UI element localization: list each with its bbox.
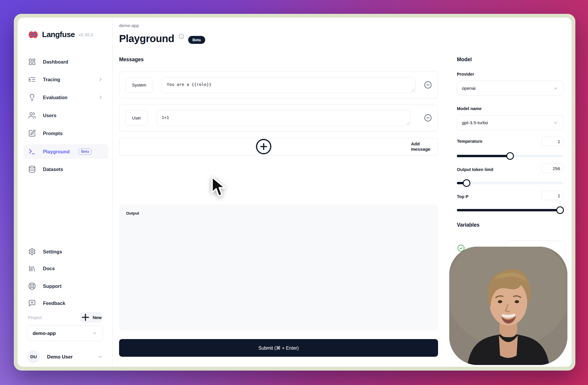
slider-fill (457, 155, 510, 157)
info-icon[interactable] (178, 34, 184, 39)
sidebar: Langfuse v2.30.2 Dashboard Tracing Evalu… (18, 18, 113, 367)
library-icon (28, 265, 36, 272)
sidebar-item-label: Tracing (43, 77, 60, 82)
sidebar-item-label: Playground (43, 149, 70, 155)
chevron-down-icon (553, 86, 558, 91)
output-token-limit-slider[interactable] (457, 179, 563, 187)
app-logo[interactable]: Langfuse v2.30.2 (28, 30, 93, 39)
project-label: Project (28, 315, 42, 320)
message-row-system: System You are a {{role}} (119, 72, 438, 98)
submit-label: Submit (⌘ + Enter) (258, 345, 299, 351)
sidebar-item-users[interactable]: Users (24, 108, 108, 123)
sidebar-item-support[interactable]: Support (24, 279, 108, 293)
new-project-label: New (93, 315, 102, 320)
lightbulb-icon (28, 94, 36, 101)
langfuse-logo-icon (28, 31, 39, 39)
sidebar-item-label: Feedback (43, 301, 65, 306)
top-p-slider[interactable] (457, 206, 563, 214)
lifebuoy-icon (28, 282, 36, 290)
provider-select-value: openai (462, 86, 476, 91)
chevron-down-icon (98, 354, 103, 359)
main-content: demo-app Playground Beta Messages System… (119, 18, 438, 367)
page-title: Playground (119, 33, 174, 44)
remove-message-icon[interactable] (424, 114, 432, 122)
slider-thumb[interactable] (506, 152, 514, 160)
chevron-right-icon (98, 77, 103, 82)
sidebar-item-feedback[interactable]: Feedback (24, 296, 108, 311)
webcam-person (449, 247, 567, 365)
sidebar-item-label: Support (43, 283, 61, 289)
message-row-user: User 1+1 (119, 104, 438, 131)
tracing-icon (28, 76, 36, 83)
sidebar-item-settings[interactable]: Settings (24, 244, 108, 259)
beta-badge: Beta (188, 36, 205, 44)
users-icon (28, 112, 36, 119)
user-name: Demo User (47, 354, 73, 360)
new-project-button[interactable]: New (80, 312, 102, 323)
webcam-overlay (449, 247, 567, 365)
user-message-input[interactable]: 1+1 (157, 110, 411, 126)
chevron-down-icon (553, 120, 558, 125)
chevron-down-icon (92, 331, 97, 336)
temperature-label: Temperature (457, 139, 482, 144)
plus-circle-icon (119, 138, 408, 155)
top-p-value-input[interactable]: 1 (542, 191, 563, 200)
sidebar-item-label: Dashboard (43, 59, 68, 65)
sidebar-item-label: Evaluation (43, 95, 67, 100)
model-section-title: Model (457, 57, 472, 63)
temperature-value-input[interactable]: 1 (542, 137, 563, 146)
user-menu[interactable]: DU Demo User (27, 350, 103, 364)
slider-thumb[interactable] (556, 206, 564, 214)
sidebar-item-datasets[interactable]: Datasets (24, 162, 108, 177)
model-name-select[interactable]: gpt-3.5-turbo (457, 115, 563, 130)
sidebar-item-docs[interactable]: Docs (24, 261, 108, 276)
app-name: Langfuse (42, 30, 75, 39)
sidebar-item-label: Prompts (43, 131, 63, 136)
top-p-label: Top P (457, 194, 468, 199)
role-selector-system[interactable]: System (125, 77, 153, 93)
project-select-value: demo-app (33, 331, 56, 336)
terminal-icon (28, 148, 36, 155)
temperature-slider[interactable] (457, 152, 563, 160)
chevron-right-icon (98, 94, 103, 100)
model-name-select-value: gpt-3.5-turbo (462, 120, 488, 125)
output-label: Output (126, 211, 139, 215)
app-window-content: Langfuse v2.30.2 Dashboard Tracing Evalu… (18, 18, 572, 367)
sidebar-item-label: Datasets (43, 167, 63, 172)
sidebar-item-playground[interactable]: Playground Beta (24, 144, 108, 159)
add-message-label: Add message (411, 141, 438, 152)
sidebar-item-label: Settings (43, 249, 62, 255)
role-selector-user[interactable]: User (125, 110, 148, 126)
output-token-limit-value-input[interactable]: 256 (542, 164, 563, 173)
slider-fill (457, 209, 560, 211)
message-input-wrap: You are a {{role}} (162, 77, 416, 93)
provider-label: Provider (457, 72, 474, 77)
database-icon (28, 165, 36, 173)
avatar: DU (27, 350, 40, 363)
provider-select[interactable]: openai (457, 81, 563, 96)
messages-section-title: Messages (119, 57, 144, 63)
variables-section-title: Variables (457, 222, 480, 228)
message-input-wrap: 1+1 (157, 110, 411, 126)
plus-icon (80, 312, 91, 323)
sidebar-item-tracing[interactable]: Tracing (24, 72, 108, 87)
sidebar-item-evaluation[interactable]: Evaluation (24, 90, 108, 105)
app-version: v2.30.2 (78, 32, 93, 37)
slider-track (457, 182, 563, 184)
project-select[interactable]: demo-app (27, 325, 103, 341)
add-message-button[interactable]: Add message (119, 138, 438, 155)
sidebar-item-dashboard[interactable]: Dashboard (24, 54, 108, 69)
page-header: Playground Beta (119, 33, 205, 44)
sidebar-item-label: Users (43, 113, 56, 118)
slider-thumb[interactable] (463, 179, 470, 187)
output-panel: Output (119, 205, 438, 330)
submit-button[interactable]: Submit (⌘ + Enter) (119, 339, 438, 357)
system-message-input[interactable]: You are a {{role}} (162, 77, 416, 93)
breadcrumb[interactable]: demo-app (119, 23, 139, 28)
app-window: Langfuse v2.30.2 Dashboard Tracing Evalu… (14, 14, 575, 371)
remove-message-icon[interactable] (424, 81, 432, 89)
sidebar-item-prompts[interactable]: Prompts (24, 126, 108, 141)
message-plus-icon (28, 299, 36, 307)
beta-badge: Beta (78, 149, 92, 155)
model-name-label: Model name (457, 106, 482, 111)
